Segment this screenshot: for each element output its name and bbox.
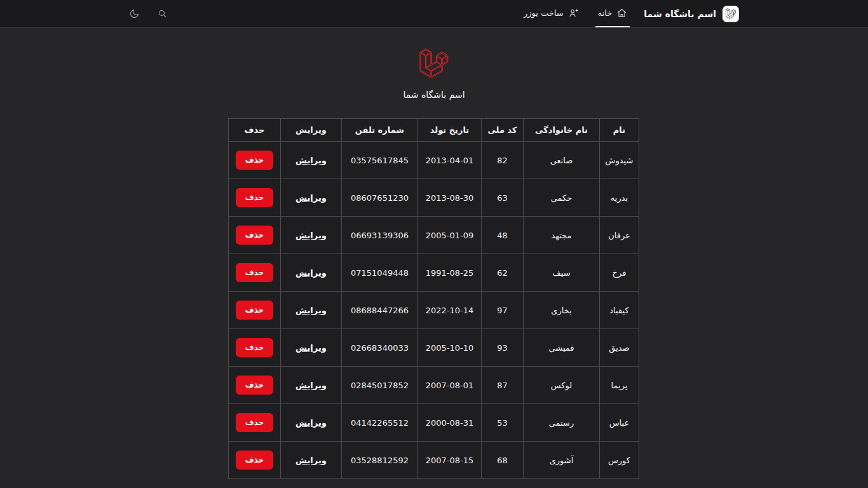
cell-birth-date: 1991-08-25 bbox=[418, 254, 482, 292]
cell-phone: 03575617845 bbox=[342, 142, 418, 179]
cell-delete: حذف bbox=[229, 254, 281, 292]
cell-delete: حذف bbox=[229, 217, 281, 254]
cell-birth-date: 2005-10-10 bbox=[418, 329, 482, 367]
table-row: عرفان مجتهد 48 2005-01-09 06693139306 وی… bbox=[229, 217, 639, 254]
edit-link[interactable]: ویرایش bbox=[295, 381, 327, 390]
cell-family-name: رستمی bbox=[524, 404, 600, 442]
dark-mode-toggle[interactable] bbox=[129, 8, 140, 19]
cell-family-name: لوکس bbox=[524, 367, 600, 404]
edit-link[interactable]: ویرایش bbox=[295, 418, 327, 428]
cell-national-code: 68 bbox=[482, 442, 524, 479]
cell-name: کیقباد bbox=[600, 292, 639, 329]
cell-national-code: 93 bbox=[482, 329, 524, 367]
cell-phone: 04142265512 bbox=[342, 404, 418, 442]
cell-edit: ویرایش bbox=[281, 254, 342, 292]
delete-button[interactable]: حذف bbox=[236, 376, 274, 395]
cell-name: عباس bbox=[600, 404, 639, 442]
table-row: شیدوش صانعی 82 2013-04-01 03575617845 وی… bbox=[229, 142, 639, 179]
cell-delete: حذف bbox=[229, 442, 281, 479]
cell-birth-date: 2013-08-30 bbox=[418, 179, 482, 217]
delete-button[interactable]: حذف bbox=[236, 413, 274, 432]
cell-birth-date: 2013-04-01 bbox=[418, 142, 482, 179]
table-row: صدیق قمیشی 93 2005-10-10 02668340033 ویر… bbox=[229, 329, 639, 367]
edit-link[interactable]: ویرایش bbox=[295, 231, 327, 240]
cell-phone: 07151049448 bbox=[342, 254, 418, 292]
cell-name: کورس bbox=[600, 442, 639, 479]
cell-birth-date: 2007-08-15 bbox=[418, 442, 482, 479]
edit-link[interactable]: ویرایش bbox=[295, 343, 327, 353]
members-table-wrap: نام نام خانوادگی کد ملی تاریخ تولد شماره… bbox=[229, 118, 639, 479]
table-row: عباس رستمی 53 2000-08-31 04142265512 ویر… bbox=[229, 404, 639, 442]
cell-delete: حذف bbox=[229, 404, 281, 442]
cell-delete: حذف bbox=[229, 367, 281, 404]
cell-family-name: بخاری bbox=[524, 292, 600, 329]
cell-birth-date: 2022-10-14 bbox=[418, 292, 482, 329]
cell-national-code: 48 bbox=[482, 217, 524, 254]
table-row: کورس آشوری 68 2007-08-15 03528812592 ویر… bbox=[229, 442, 639, 479]
cell-delete: حذف bbox=[229, 329, 281, 367]
members-table: نام نام خانوادگی کد ملی تاریخ تولد شماره… bbox=[228, 118, 639, 479]
cell-name: بدریه bbox=[600, 179, 639, 217]
cell-family-name: مجتهد bbox=[524, 217, 600, 254]
cell-name: صدیق bbox=[600, 329, 639, 367]
cell-name: عرفان bbox=[600, 217, 639, 254]
table-header-row: نام نام خانوادگی کد ملی تاریخ تولد شماره… bbox=[229, 119, 639, 142]
table-row: فرخ سیف 62 1991-08-25 07151049448 ویرایش… bbox=[229, 254, 639, 292]
search-button[interactable] bbox=[157, 8, 168, 19]
table-row: پریما لوکس 87 2007-08-01 02845017852 ویر… bbox=[229, 367, 639, 404]
header-phone: شماره تلفن bbox=[342, 119, 418, 142]
delete-button[interactable]: حذف bbox=[236, 451, 274, 470]
header-national-code: کد ملی bbox=[482, 119, 524, 142]
cell-edit: ویرایش bbox=[281, 217, 342, 254]
brand-title: اسم باشگاه شما bbox=[644, 9, 716, 19]
edit-link[interactable]: ویرایش bbox=[295, 268, 327, 278]
header-edit: ویرایش bbox=[281, 119, 342, 142]
delete-button[interactable]: حذف bbox=[236, 301, 274, 320]
home-icon bbox=[616, 8, 627, 18]
cell-phone: 02668340033 bbox=[342, 329, 418, 367]
delete-button[interactable]: حذف bbox=[236, 226, 274, 245]
cell-delete: حذف bbox=[229, 142, 281, 179]
cell-birth-date: 2007-08-01 bbox=[418, 367, 482, 404]
cell-family-name: سیف bbox=[524, 254, 600, 292]
cell-national-code: 63 bbox=[482, 179, 524, 217]
moon-icon bbox=[129, 8, 140, 19]
tab-create-user[interactable]: ساخت یوزر bbox=[521, 0, 581, 27]
user-plus-icon bbox=[568, 8, 579, 18]
cell-family-name: آشوری bbox=[524, 442, 600, 479]
brand[interactable]: اسم باشگاه شما bbox=[644, 0, 739, 27]
edit-link[interactable]: ویرایش bbox=[295, 456, 327, 465]
header-name: نام bbox=[600, 119, 639, 142]
cell-edit: ویرایش bbox=[281, 292, 342, 329]
header-family-name: نام خانوادگی bbox=[524, 119, 600, 142]
cell-edit: ویرایش bbox=[281, 329, 342, 367]
navbar-container: اسم باشگاه شما خانه bbox=[129, 0, 739, 27]
tab-home[interactable]: خانه bbox=[595, 0, 630, 27]
cell-delete: حذف bbox=[229, 292, 281, 329]
cell-birth-date: 2005-01-09 bbox=[418, 217, 482, 254]
edit-link[interactable]: ویرایش bbox=[295, 156, 327, 165]
edit-link[interactable]: ویرایش bbox=[295, 306, 327, 315]
cell-family-name: قمیشی bbox=[524, 329, 600, 367]
laravel-logo-icon bbox=[726, 8, 736, 19]
tab-home-label: خانه bbox=[598, 8, 613, 18]
cell-edit: ویرایش bbox=[281, 367, 342, 404]
delete-button[interactable]: حذف bbox=[236, 151, 274, 170]
header-birth-date: تاریخ تولد bbox=[418, 119, 482, 142]
tab-create-user-label: ساخت یوزر bbox=[524, 8, 564, 18]
cell-edit: ویرایش bbox=[281, 404, 342, 442]
cell-name: شیدوش bbox=[600, 142, 639, 179]
delete-button[interactable]: حذف bbox=[236, 188, 274, 207]
club-name-title: اسم باشگاه شما bbox=[0, 90, 868, 100]
cell-phone: 03528812592 bbox=[342, 442, 418, 479]
header-delete: حذف bbox=[229, 119, 281, 142]
cell-national-code: 82 bbox=[482, 142, 524, 179]
cell-name: فرخ bbox=[600, 254, 639, 292]
delete-button[interactable]: حذف bbox=[236, 263, 274, 282]
cell-family-name: حکمی bbox=[524, 179, 600, 217]
cell-national-code: 97 bbox=[482, 292, 524, 329]
cell-edit: ویرایش bbox=[281, 142, 342, 179]
cell-phone: 08688447266 bbox=[342, 292, 418, 329]
edit-link[interactable]: ویرایش bbox=[295, 193, 327, 203]
delete-button[interactable]: حذف bbox=[236, 338, 274, 357]
